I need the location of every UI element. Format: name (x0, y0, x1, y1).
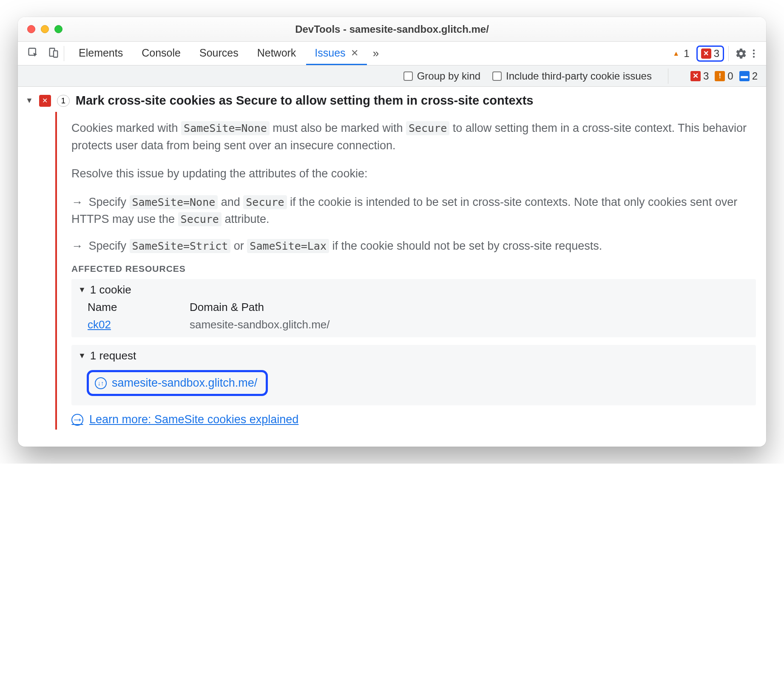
main-toolbar: Elements Console Sources Network Issues … (18, 42, 766, 66)
affected-requests-panel: ▼ 1 request ↓↑ samesite-sandbox.glitch.m… (71, 345, 756, 405)
window-title: DevTools - samesite-sandbox.glitch.me/ (18, 23, 766, 35)
third-party-cookie-checkbox[interactable]: Include third-party cookie issues (492, 70, 652, 82)
warning-icon: ▲ (671, 48, 681, 59)
warning-count: 1 (684, 48, 689, 60)
affected-request-link[interactable]: ↓↑ samesite-sandbox.glitch.me/ (87, 370, 268, 396)
resolution-bullet-2: → Specify SameSite=Strict or SameSite=La… (71, 237, 756, 255)
titlebar: DevTools - samesite-sandbox.glitch.me/ (18, 17, 766, 42)
network-request-icon: ↓↑ (95, 377, 107, 389)
breaking-change-counter[interactable]: ! 0 (715, 70, 733, 82)
svg-point-3 (753, 49, 755, 51)
svg-point-4 (753, 52, 755, 54)
issue-description-2: Resolve this issue by updating the attri… (71, 165, 756, 182)
separator (668, 68, 668, 84)
resolution-bullet-1: → Specify SameSite=None and Secure if th… (71, 194, 756, 228)
affected-cookies-header[interactable]: ▼ 1 cookie (78, 283, 749, 296)
affected-cookies-panel: ▼ 1 cookie Name Domain & Path ck02 sames… (71, 279, 756, 337)
column-name: Name (88, 301, 190, 314)
separator (728, 46, 729, 61)
panel-tabs: Elements Console Sources Network Issues … (70, 42, 383, 65)
cookie-name-link[interactable]: ck02 (88, 318, 111, 331)
device-toolbar-icon[interactable] (48, 47, 60, 60)
more-tabs-icon[interactable]: » (369, 47, 383, 60)
affected-resources-label: AFFECTED RESOURCES (71, 264, 756, 274)
tab-elements[interactable]: Elements (70, 42, 131, 65)
tab-network[interactable]: Network (249, 42, 305, 65)
error-count: 3 (714, 48, 719, 60)
tab-console[interactable]: Console (133, 42, 189, 65)
devtools-window: DevTools - samesite-sandbox.glitch.me/ E… (18, 17, 766, 447)
page-errors-counter[interactable]: ✕ 3 (690, 70, 709, 82)
disclosure-triangle-icon: ▼ (78, 285, 86, 294)
toolbar-counters: ▲ 1 ✕ 3 (667, 46, 724, 62)
disclosure-triangle-icon: ▼ (78, 351, 86, 360)
affected-requests-header[interactable]: ▼ 1 request (78, 349, 749, 362)
separator (64, 46, 64, 61)
tab-issues[interactable]: Issues ✕ (306, 42, 366, 65)
svg-point-5 (753, 56, 755, 57)
warning-chip-icon: ! (715, 71, 725, 81)
warnings-counter[interactable]: ▲ 1 (667, 46, 693, 61)
tab-sources[interactable]: Sources (191, 42, 247, 65)
issue-description-1: Cookies marked with SameSite=None must a… (71, 120, 756, 154)
error-icon: ✕ (701, 48, 711, 59)
issue-title: Mark cross-site cookies as Secure to all… (76, 94, 534, 108)
issue-kind-counters: ✕ 3 ! 0 ▬ 2 (690, 70, 758, 82)
errors-counter[interactable]: ✕ 3 (696, 46, 724, 62)
group-by-kind-label: Group by kind (417, 70, 480, 82)
issues-list: ▼ ✕ 1 Mark cross-site cookies as Secure … (18, 87, 766, 447)
third-party-label: Include third-party cookie issues (506, 70, 652, 82)
checkbox-icon (403, 71, 413, 81)
settings-icon[interactable] (735, 47, 747, 60)
issues-options-bar: Group by kind Include third-party cookie… (18, 66, 766, 87)
more-options-icon[interactable] (747, 47, 760, 60)
inspect-element-icon[interactable] (27, 47, 39, 60)
close-tab-icon[interactable]: ✕ (351, 48, 358, 59)
arrow-right-icon: → (71, 239, 83, 252)
arrow-right-icon: → (71, 196, 83, 208)
cookie-table: Name Domain & Path ck02 samesite-sandbox… (78, 301, 749, 331)
group-by-kind-checkbox[interactable]: Group by kind (403, 70, 480, 82)
open-external-icon: → (71, 414, 83, 426)
learn-more-link[interactable]: → Learn more: SameSite cookies explained (71, 413, 756, 426)
improvement-counter[interactable]: ▬ 2 (739, 70, 758, 82)
error-chip-icon: ✕ (690, 71, 701, 81)
issue-count-pill: 1 (57, 95, 70, 107)
info-chip-icon: ▬ (739, 71, 750, 81)
column-domain: Domain & Path (190, 301, 749, 314)
disclosure-triangle-icon[interactable]: ▼ (26, 96, 33, 105)
issue-header[interactable]: ▼ ✕ 1 Mark cross-site cookies as Secure … (26, 94, 756, 108)
svg-rect-2 (54, 51, 57, 57)
page-error-icon: ✕ (39, 95, 51, 107)
issue-body: Cookies marked with SameSite=None must a… (55, 112, 756, 430)
tab-issues-label: Issues (315, 47, 345, 59)
cookie-domain-value: samesite-sandbox.glitch.me/ (190, 318, 749, 331)
checkbox-icon (492, 71, 502, 81)
